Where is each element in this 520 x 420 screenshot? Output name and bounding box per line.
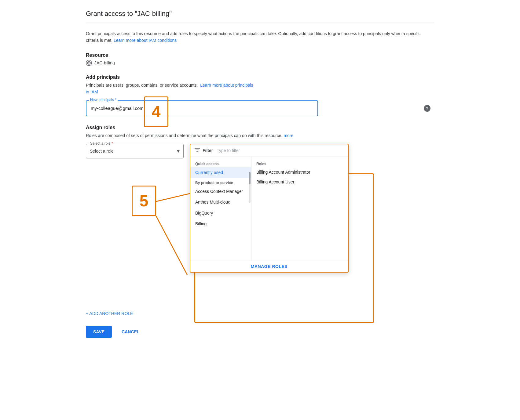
select-role-wrapper: Select a role * Select a role ▾ (86, 144, 184, 158)
anthos-multicloud-item[interactable]: Anthos Multi-cloud (190, 197, 251, 208)
new-principals-label: New principals * (89, 98, 118, 102)
step-5-badge: 5 (132, 186, 156, 216)
filter-label: Filter (203, 148, 213, 153)
action-buttons: SAVE CANCEL (86, 326, 434, 338)
access-context-manager-item[interactable]: Access Context Manager (190, 186, 251, 197)
learn-more-roles-link[interactable]: more (284, 133, 293, 138)
step-4-badge: 4 (144, 96, 168, 127)
learn-principals-link[interactable]: Learn more about principals (200, 83, 253, 88)
roles-category: Roles (251, 159, 348, 167)
left-scrollbar-thumb[interactable] (249, 172, 251, 184)
resource-name: JAC-billing (94, 60, 115, 65)
select-role-button[interactable]: Select a role ▾ (86, 144, 184, 158)
dropdown-body: Quick access Currently used By product o… (190, 157, 348, 261)
by-product-category: By product or service (190, 178, 251, 186)
select-role-placeholder: Select a role (90, 149, 114, 154)
resource-section-label: Resource (86, 52, 434, 58)
billing-account-user-item[interactable]: Billing Account User (251, 177, 348, 187)
svg-point-2 (88, 62, 90, 63)
dropdown-filter-row: Filter Type to filter (190, 144, 348, 157)
assign-roles-section: Assign roles Roles are composed of sets … (86, 125, 434, 316)
bigquery-item[interactable]: BigQuery (190, 208, 251, 219)
filter-icon (195, 147, 200, 154)
left-scrollbar[interactable] (249, 172, 251, 203)
filter-placeholder: Type to filter (217, 148, 240, 153)
assign-roles-label: Assign roles (86, 125, 434, 130)
resource-icon (86, 60, 92, 66)
manage-roles-button[interactable]: MANAGE ROLES (251, 264, 287, 269)
quick-access-category: Quick access (190, 159, 251, 167)
currently-used-item[interactable]: Currently used (190, 167, 251, 178)
select-role-label: Select a role * (89, 141, 114, 146)
learn-iam-conditions-link[interactable]: Learn more about IAM conditions (114, 38, 177, 43)
cancel-button[interactable]: CANCEL (117, 326, 144, 338)
dropdown-left-panel: Quick access Currently used By product o… (190, 157, 251, 261)
resource-row: JAC-billing (86, 60, 434, 66)
new-principals-field-wrapper: New principals * ? (86, 100, 434, 116)
billing-item[interactable]: Billing (190, 219, 251, 230)
required-star: * (112, 141, 113, 146)
panel-title: Grant access to "JAC-billing" (86, 10, 434, 23)
add-principals-desc: Principals are users, groups, domains, o… (86, 82, 434, 96)
assign-roles-desc: Roles are composed of sets of permission… (86, 132, 434, 139)
learn-principals-in-iam-link[interactable]: in IAM (86, 89, 98, 94)
dropdown-arrow-icon: ▾ (177, 148, 180, 154)
dropdown-footer: MANAGE ROLES (190, 261, 348, 272)
add-principals-section: Add principals Principals are users, gro… (86, 74, 434, 116)
help-icon[interactable]: ? (424, 105, 430, 112)
new-principals-input[interactable] (86, 100, 318, 116)
save-button[interactable]: SAVE (86, 326, 112, 338)
add-principals-label: Add principals (86, 74, 434, 80)
billing-account-admin-item[interactable]: Billing Account Administrator (251, 167, 348, 177)
add-another-role-button[interactable]: + ADD ANOTHER ROLE (86, 311, 434, 316)
description-text: Grant principals access to this resource… (86, 30, 434, 44)
add-another-role-label: + ADD ANOTHER ROLE (86, 311, 133, 316)
dropdown-right-panel: Roles Billing Account Administrator Bill… (251, 157, 348, 261)
role-dropdown-popup: Filter Type to filter Quick access Curre… (190, 144, 349, 273)
